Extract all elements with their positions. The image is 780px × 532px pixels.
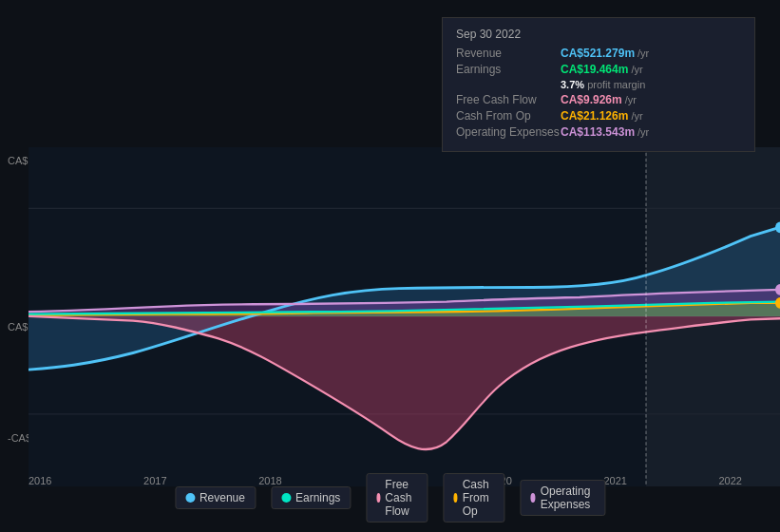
- legend-label-earnings: Earnings: [295, 491, 340, 504]
- tooltip-date: Sep 30 2022: [456, 28, 741, 41]
- chart-svg: [29, 147, 780, 486]
- earnings-dot: [281, 493, 291, 503]
- tooltip-row-earnings: Earnings CA$19.464m /yr: [456, 63, 741, 76]
- tooltip-card: Sep 30 2022 Revenue CA$521.279m /yr Earn…: [442, 17, 755, 152]
- opex-label: Operating Expenses: [456, 125, 561, 139]
- x-label-2017: 2017: [143, 475, 166, 486]
- legend-label-opex: Operating Expenses: [541, 484, 595, 511]
- legend-item-cashfromop[interactable]: Cash From Op: [443, 473, 504, 522]
- profit-margin-value: 3.7%: [561, 79, 584, 90]
- cashfromop-dot: [453, 493, 457, 503]
- fcf-label: Free Cash Flow: [456, 93, 561, 106]
- legend-label-fcf: Free Cash Flow: [385, 478, 417, 518]
- cashfromop-unit: /yr: [631, 110, 642, 122]
- opex-unit: /yr: [637, 126, 649, 138]
- revenue-unit: /yr: [637, 48, 649, 59]
- fcf-dot: [376, 493, 380, 503]
- profit-margin-sub: 3.7% profit margin: [561, 79, 741, 90]
- tooltip-row-cashfromop: Cash From Op CA$21.126m /yr: [456, 109, 741, 123]
- earnings-value: CA$19.464m: [561, 63, 628, 76]
- legend-label-cashfromop: Cash From Op: [463, 478, 495, 518]
- tooltip-row-fcf: Free Cash Flow CA$9.926m /yr: [456, 93, 741, 106]
- fcf-value: CA$9.926m: [561, 93, 622, 106]
- earnings-label: Earnings: [456, 63, 561, 76]
- tooltip-row-opex: Operating Expenses CA$113.543m /yr: [456, 125, 741, 139]
- tooltip-row-revenue: Revenue CA$521.279m /yr: [456, 47, 741, 60]
- revenue-label: Revenue: [456, 47, 561, 60]
- fcf-unit: /yr: [625, 94, 637, 105]
- legend-item-opex[interactable]: Operating Expenses: [520, 480, 605, 516]
- legend-item-fcf[interactable]: Free Cash Flow: [366, 473, 428, 522]
- legend-label-revenue: Revenue: [200, 491, 245, 504]
- opex-value: CA$113.543m: [561, 125, 635, 139]
- revenue-dot: [185, 493, 195, 503]
- x-label-2016: 2016: [29, 475, 51, 486]
- legend-item-revenue[interactable]: Revenue: [175, 486, 256, 509]
- x-label-2022: 2022: [718, 475, 741, 486]
- x-label-2021: 2021: [603, 475, 626, 486]
- chart-area: [29, 147, 780, 486]
- opex-dot: [530, 493, 535, 503]
- revenue-value: CA$521.279m: [561, 47, 635, 60]
- cashfromop-value: CA$21.126m: [561, 109, 628, 123]
- legend: Revenue Earnings Free Cash Flow Cash Fro…: [175, 473, 605, 522]
- legend-item-earnings[interactable]: Earnings: [271, 486, 351, 509]
- earnings-unit: /yr: [631, 64, 642, 75]
- cashfromop-label: Cash From Op: [456, 109, 561, 123]
